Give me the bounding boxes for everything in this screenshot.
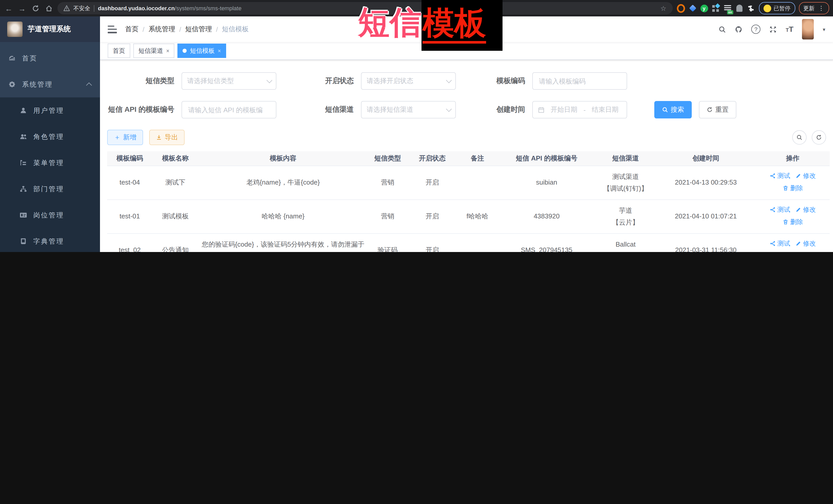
sms-type-select[interactable]: 请选择短信类型 <box>182 72 277 90</box>
sidebar-item-posts[interactable]: 岗位管理 <box>0 202 100 228</box>
export-button[interactable]: 导出 <box>149 130 185 145</box>
col-header: 操作 <box>756 151 830 166</box>
edit-link[interactable]: 修改 <box>795 205 816 216</box>
font-size-icon[interactable]: TT <box>786 25 793 34</box>
sidebar-item-menus[interactable]: 菜单管理 <box>0 150 100 176</box>
back-icon[interactable]: ← <box>4 4 13 13</box>
extension-ghost-icon[interactable] <box>735 4 743 12</box>
delete-link[interactable]: 删除 <box>783 217 803 227</box>
breadcrumb-home[interactable]: 首页 <box>125 25 139 34</box>
sidebar-item-dictionary[interactable]: 字典管理 <box>0 228 100 252</box>
sidebar-submenu-system: 用户管理 角色管理 菜单管理 部门管理 <box>0 97 100 252</box>
breadcrumb: 首页 / 系统管理 / 短信管理 / 短信模板 <box>125 25 249 34</box>
dashboard-icon <box>8 54 16 62</box>
close-icon[interactable]: × <box>218 48 221 54</box>
tags-bar: 首页 短信渠道 × 短信模板 × <box>100 42 833 60</box>
fullscreen-icon[interactable] <box>769 25 777 33</box>
close-icon[interactable]: × <box>166 48 169 54</box>
edit-link[interactable]: 修改 <box>795 238 816 249</box>
template-name: 测试下 <box>152 166 198 200</box>
breadcrumb-sms[interactable]: 短信管理 <box>185 25 212 34</box>
sidebar-toggle-icon[interactable] <box>108 25 117 33</box>
chevron-down-icon <box>446 106 452 112</box>
user-icon <box>20 106 27 114</box>
extension-y-icon[interactable]: y <box>700 4 708 12</box>
forward-icon[interactable]: → <box>18 4 27 13</box>
address-bar[interactable]: 不安全 dashboard.yudao.iocoder.cn/system/sm… <box>57 2 672 14</box>
sidebar-logo[interactable]: 芋道管理系统 <box>0 17 100 42</box>
sidebar-item-users[interactable]: 用户管理 <box>0 97 100 124</box>
github-icon[interactable] <box>735 25 742 33</box>
channel-select[interactable]: 请选择短信渠道 <box>361 101 456 118</box>
test-link[interactable]: 测试 <box>770 205 790 216</box>
test-link[interactable]: 测试 <box>770 171 790 182</box>
status-select[interactable]: 请选择开启状态 <box>361 72 456 90</box>
reload-icon[interactable] <box>31 4 40 13</box>
col-header: 模板内容 <box>198 151 368 166</box>
profile-avatar-emoji <box>763 4 771 12</box>
edit-link[interactable]: 修改 <box>795 171 816 182</box>
date-range-picker[interactable]: 开始日期 - 结束日期 <box>532 101 627 118</box>
add-button[interactable]: ＋ 新增 <box>107 130 143 145</box>
search-button[interactable]: 搜索 <box>654 101 692 118</box>
share-icon <box>770 241 776 247</box>
extension-gem-icon[interactable] <box>688 4 697 12</box>
test-link[interactable]: 测试 <box>770 238 790 249</box>
user-avatar[interactable] <box>802 19 814 40</box>
chevron-down-icon <box>267 77 272 83</box>
refresh-table-button[interactable] <box>811 130 826 145</box>
extension-orange-ring-icon[interactable] <box>676 4 685 12</box>
app-title: 芋道管理系统 <box>28 25 71 34</box>
browser-menu-icon: ⋮ <box>818 5 824 12</box>
home-glyph <box>45 4 52 12</box>
api-template-id-input[interactable] <box>187 105 271 114</box>
sidebar-item-departments[interactable]: 部门管理 <box>0 176 100 202</box>
filter-buttons: 搜索 重置 <box>654 101 736 118</box>
delete-link[interactable]: 删除 <box>783 250 803 252</box>
template-code-input[interactable] <box>538 77 621 86</box>
filter-label-code: 模板编码 <box>456 76 532 86</box>
tag-home[interactable]: 首页 <box>108 44 130 58</box>
extension-grid-icon[interactable] <box>712 4 720 12</box>
profile-paused-badge[interactable]: 已暂停 <box>759 2 795 14</box>
reset-button[interactable]: 重置 <box>699 101 736 118</box>
bookmark-star-icon[interactable]: ☆ <box>661 4 666 12</box>
api-template-id: SMS_207945135 <box>498 234 595 252</box>
filter-label-status: 开启状态 <box>277 76 361 86</box>
breadcrumb-current: 短信模板 <box>222 25 249 34</box>
avatar-caret-icon[interactable]: ▾ <box>823 26 825 32</box>
home-icon[interactable] <box>44 4 53 13</box>
tag-sms-channel[interactable]: 短信渠道 × <box>133 44 174 58</box>
sms-type: 营销 <box>368 166 408 200</box>
sidebar: 芋道管理系统 首页 系统管理 用户管理 <box>0 17 100 252</box>
sidebar-item-roles[interactable]: 角色管理 <box>0 124 100 150</box>
template-content: 您的验证码{code}，该验证码5分钟内有效，请勿泄漏于他人！ <box>198 234 368 252</box>
extensions-puzzle-icon[interactable] <box>747 4 755 12</box>
sms-template-table: 模板编码 模板名称 模板内容 短信类型 开启状态 备注 短信 API 的模板编号… <box>107 151 830 252</box>
template-code: test-04 <box>107 166 152 200</box>
pencil-icon <box>795 207 802 213</box>
content: 短信类型 请选择短信类型 开启状态 请选择开启状态 模板编码 <box>100 60 833 252</box>
breadcrumb-system[interactable]: 系统管理 <box>148 25 175 34</box>
download-icon <box>156 134 162 141</box>
table-header-row: 模板编码 模板名称 模板内容 短信类型 开启状态 备注 短信 API 的模板编号… <box>107 151 830 166</box>
sidebar-item-system[interactable]: 系统管理 <box>0 71 100 97</box>
channel-name: Ballcat <box>598 239 653 250</box>
toggle-search-button[interactable] <box>792 130 806 145</box>
api-template-id-input-wrap <box>182 101 277 118</box>
sidebar-menu: 首页 系统管理 用户管理 角色管理 <box>0 42 100 252</box>
extension-list-on-icon[interactable]: on <box>723 4 732 12</box>
template-code-input-wrap <box>532 72 627 90</box>
trash-icon <box>783 219 789 225</box>
extension-row: y on 已暂停 更新 ⋮ <box>676 2 829 14</box>
delete-link[interactable]: 删除 <box>783 183 803 194</box>
users-icon <box>20 133 27 141</box>
plus-icon: ＋ <box>114 133 120 142</box>
tag-sms-template[interactable]: 短信模板 × <box>178 44 226 58</box>
search-icon[interactable] <box>718 25 726 33</box>
sidebar-item-home[interactable]: 首页 <box>0 45 100 71</box>
navbar-actions: ? TT ▾ <box>718 19 825 40</box>
browser-update-button[interactable]: 更新 ⋮ <box>799 2 829 14</box>
help-icon[interactable]: ? <box>751 25 760 34</box>
table-toolbar: ＋ 新增 导出 <box>107 130 826 145</box>
